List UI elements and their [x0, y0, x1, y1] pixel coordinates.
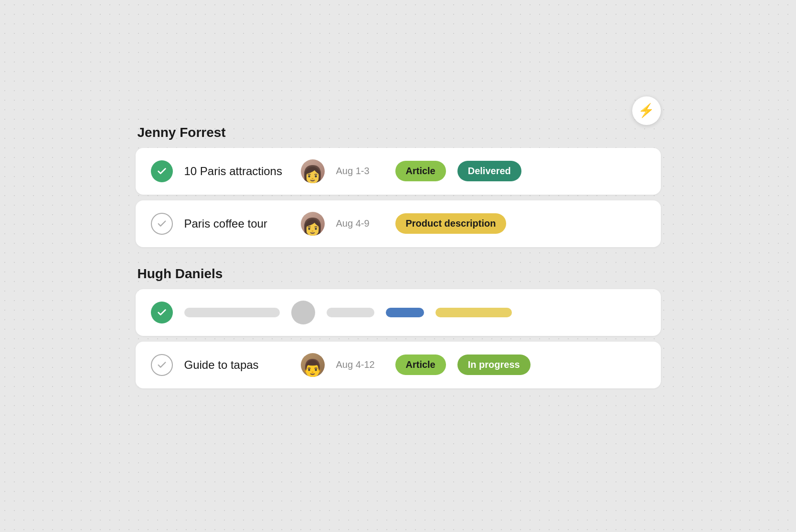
avatar-jenny-1: 👩 [301, 159, 325, 183]
avatar-jenny-2: 👩 [301, 212, 325, 236]
date-paris-coffee: Aug 4-9 [336, 218, 384, 229]
badge-skeleton-blue [386, 308, 424, 317]
date-paris-attractions: Aug 1-3 [336, 166, 384, 177]
section-title-jenny: Jenny Forrest [136, 125, 661, 140]
task-title-paris-attractions: 10 Paris attractions [184, 165, 289, 178]
skeleton-task-text [184, 308, 280, 317]
section-title-hugh: Hugh Daniels [136, 266, 661, 282]
badge-skeleton-yellow [435, 308, 512, 317]
check-outline-paris-coffee[interactable] [151, 213, 173, 235]
check-filled-skeleton[interactable] [151, 302, 173, 323]
check-outline-tapas[interactable] [151, 354, 173, 376]
avatar-face: 👩 [302, 166, 323, 183]
badge-article-paris[interactable]: Article [395, 161, 446, 181]
avatar-placeholder-skeleton [291, 301, 315, 324]
badge-article-tapas[interactable]: Article [395, 355, 446, 375]
card-guide-tapas: Guide to tapas 👨 Aug 4-12 Article In pro… [136, 342, 661, 388]
badge-product-coffee[interactable]: Product description [395, 213, 507, 234]
skeleton-date-text [327, 308, 374, 317]
card-skeleton [136, 289, 661, 336]
lightning-button[interactable]: ⚡ [632, 96, 661, 125]
page-wrapper: ⚡ Jenny Forrest 10 Paris attractions 👩 A… [136, 125, 661, 407]
avatar-face: 👩 [302, 219, 323, 236]
lightning-icon: ⚡ [638, 103, 655, 118]
check-filled-paris-attractions[interactable] [151, 160, 173, 182]
section-hugh-daniels: Hugh Daniels Guide to tapas 👨 Aug 4-12 A… [136, 266, 661, 388]
badge-delivered-paris[interactable]: Delivered [457, 161, 521, 181]
section-jenny-forrest: Jenny Forrest 10 Paris attractions 👩 Aug… [136, 125, 661, 247]
avatar-face-hugh: 👨 [302, 360, 323, 377]
task-title-paris-coffee: Paris coffee tour [184, 217, 289, 230]
card-paris-attractions: 10 Paris attractions 👩 Aug 1-3 Article D… [136, 148, 661, 195]
card-paris-coffee: Paris coffee tour 👩 Aug 4-9 Product desc… [136, 200, 661, 247]
avatar-hugh: 👨 [301, 353, 325, 377]
date-tapas: Aug 4-12 [336, 359, 384, 370]
task-title-tapas: Guide to tapas [184, 358, 289, 372]
badge-in-progress-tapas[interactable]: In progress [457, 355, 531, 375]
